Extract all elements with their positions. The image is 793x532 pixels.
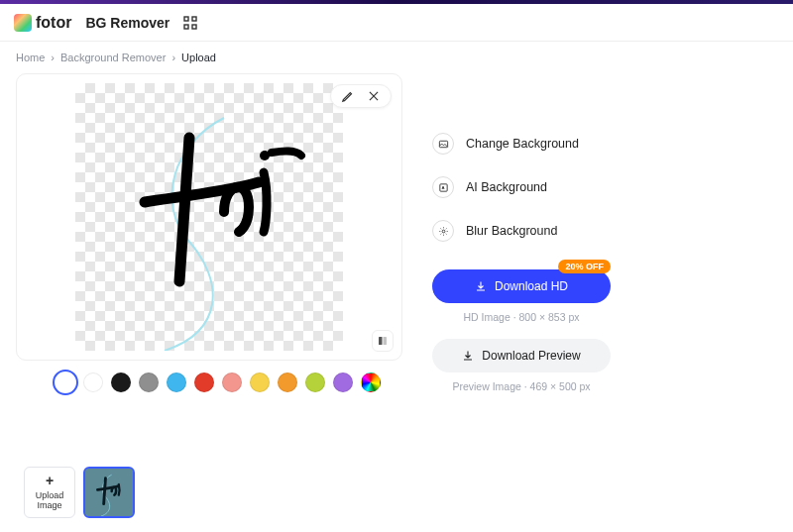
svg-rect-3 bbox=[192, 25, 196, 29]
download-hd-button[interactable]: 20% OFF Download HD bbox=[432, 269, 611, 303]
swatch-purple[interactable] bbox=[333, 372, 353, 392]
svg-rect-1 bbox=[192, 17, 196, 21]
chevron-right-icon: › bbox=[51, 52, 55, 63]
svg-rect-6 bbox=[384, 337, 388, 345]
canvas-toolbar bbox=[330, 84, 392, 108]
app-header: fotor BG Remover bbox=[0, 4, 793, 42]
option-ai-background[interactable]: AI Background bbox=[432, 176, 777, 198]
transparent-canvas bbox=[75, 83, 343, 351]
swatch-orange[interactable] bbox=[278, 372, 297, 392]
svg-point-9 bbox=[442, 230, 445, 233]
preview-image-meta: Preview Image · 469 × 500 px bbox=[432, 380, 611, 392]
download-icon bbox=[475, 280, 487, 292]
swatch-gray[interactable] bbox=[139, 372, 159, 392]
background-color-swatches bbox=[16, 372, 402, 392]
breadcrumb-section[interactable]: Background Remover bbox=[60, 52, 166, 63]
brand-logo[interactable]: fotor bbox=[14, 14, 71, 32]
breadcrumb-current: Upload bbox=[181, 52, 216, 63]
download-preview-button[interactable]: Download Preview bbox=[432, 339, 611, 372]
brand-name: fotor bbox=[36, 14, 71, 32]
svg-rect-2 bbox=[184, 25, 188, 29]
discount-badge: 20% OFF bbox=[558, 260, 611, 273]
option-label: AI Background bbox=[466, 180, 547, 194]
hd-image-meta: HD Image · 800 × 853 px bbox=[432, 311, 611, 323]
option-blur-background[interactable]: Blur Background bbox=[432, 220, 777, 242]
swatch-transparent[interactable] bbox=[56, 372, 75, 392]
swatch-black[interactable] bbox=[111, 372, 131, 392]
image-icon bbox=[432, 133, 454, 155]
blur-icon bbox=[432, 220, 454, 242]
option-label: Change Background bbox=[466, 137, 579, 151]
compare-button[interactable] bbox=[372, 330, 394, 352]
brand-mark-icon bbox=[14, 14, 32, 32]
option-change-background[interactable]: Change Background bbox=[432, 133, 777, 155]
breadcrumb-home[interactable]: Home bbox=[16, 52, 45, 63]
thumbnail-preview bbox=[85, 469, 133, 516]
svg-rect-0 bbox=[184, 17, 188, 21]
erase-icon[interactable] bbox=[367, 89, 381, 103]
button-label: Download HD bbox=[495, 279, 568, 293]
plus-icon: + bbox=[46, 474, 54, 488]
brush-icon[interactable] bbox=[341, 89, 355, 103]
swatch-salmon[interactable] bbox=[222, 372, 242, 392]
option-label: Blur Background bbox=[466, 224, 557, 238]
swatch-yellow[interactable] bbox=[250, 372, 270, 392]
breadcrumb: Home › Background Remover › Upload bbox=[0, 42, 793, 73]
swatch-white[interactable] bbox=[83, 372, 103, 392]
upload-image-button[interactable]: + Upload Image bbox=[24, 467, 75, 518]
thumbnail-strip: + Upload Image bbox=[24, 467, 135, 518]
chevron-right-icon: › bbox=[171, 52, 175, 63]
upload-label-line2: Image bbox=[37, 501, 61, 511]
swatch-sky[interactable] bbox=[167, 372, 186, 392]
swatch-rainbow[interactable] bbox=[361, 372, 381, 392]
download-icon bbox=[462, 350, 474, 362]
ai-icon bbox=[432, 176, 454, 198]
swatch-red[interactable] bbox=[194, 372, 214, 392]
button-label: Download Preview bbox=[482, 349, 580, 363]
apps-grid-icon[interactable] bbox=[183, 16, 197, 30]
image-thumbnail[interactable] bbox=[83, 467, 135, 518]
swatch-lime[interactable] bbox=[305, 372, 325, 392]
editor-canvas[interactable] bbox=[16, 73, 402, 361]
svg-rect-5 bbox=[379, 337, 383, 345]
app-title: BG Remover bbox=[85, 15, 170, 31]
svg-point-4 bbox=[260, 151, 270, 160]
subject-image bbox=[75, 83, 343, 351]
